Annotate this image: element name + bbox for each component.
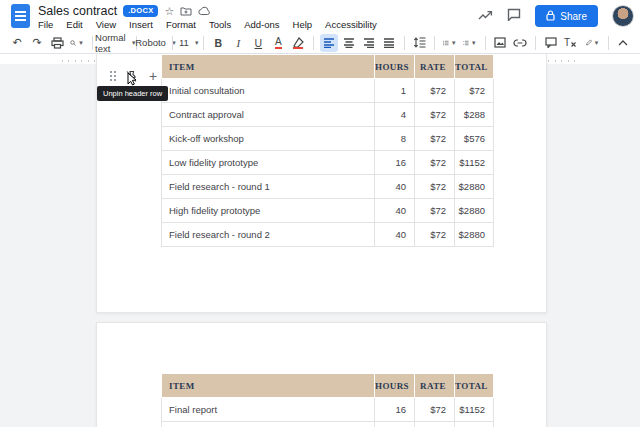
comment-history-icon[interactable]: [507, 7, 521, 25]
insert-link-button[interactable]: [511, 34, 529, 52]
insert-comment-button[interactable]: [542, 34, 560, 52]
align-right-button[interactable]: [360, 34, 378, 52]
google-docs-logo-icon[interactable]: [11, 4, 30, 28]
pricing-table-1: ITEMHOURSRATETOTALInitial consultation1$…: [161, 54, 494, 247]
svg-text:T: T: [564, 37, 570, 48]
document-page-1[interactable]: + Unpin header row ITEMHOURSRATETOTALIni…: [96, 54, 547, 313]
rate-cell[interactable]: $72: [415, 398, 455, 422]
menu-insert[interactable]: Insert: [129, 19, 153, 30]
item-cell[interactable]: Final report: [162, 398, 375, 422]
justify-button[interactable]: [380, 34, 398, 52]
total-cell[interactable]: $576: [455, 127, 494, 151]
column-header[interactable]: ITEM: [162, 55, 375, 79]
add-row-button[interactable]: +: [145, 68, 161, 84]
doc-table: ITEMHOURSRATETOTALInitial consultation1$…: [161, 54, 494, 247]
move-folder-icon[interactable]: [180, 6, 192, 16]
total-cell[interactable]: $1152: [455, 151, 494, 175]
menu-accessibility[interactable]: Accessibility: [325, 19, 377, 30]
column-header[interactable]: RATE: [415, 374, 455, 398]
column-header[interactable]: ITEM: [162, 374, 375, 398]
format-toolbar: ↶ ↷ ▼ Normal text▼ Roboto▼ 11▼ B I U A: [0, 32, 640, 54]
svg-text:2: 2: [463, 43, 465, 45]
item-cell[interactable]: Field research - round 2: [162, 223, 375, 247]
column-header[interactable]: HOURS: [375, 55, 415, 79]
hours-cell[interactable]: 40: [375, 223, 415, 247]
total-cell[interactable]: $288: [455, 103, 494, 127]
line-spacing-button[interactable]: [410, 34, 428, 52]
item-cell[interactable]: Initial consultation: [162, 79, 375, 103]
star-icon[interactable]: ☆: [164, 6, 174, 17]
underline-button[interactable]: U: [249, 34, 267, 52]
pricing-table-2: ITEMHOURSRATETOTALFinal report16$72$1152: [161, 373, 494, 427]
insert-image-button[interactable]: [491, 34, 509, 52]
hours-cell[interactable]: 40: [375, 199, 415, 223]
bulleted-list-button[interactable]: ▼: [441, 34, 459, 52]
lock-icon: [546, 10, 555, 23]
total-cell[interactable]: $1152: [455, 398, 494, 422]
document-stats-icon[interactable]: [478, 7, 493, 25]
menu-bar: File Edit View Insert Format Tools Add-o…: [38, 19, 377, 30]
align-left-button[interactable]: [320, 34, 338, 52]
column-header[interactable]: RATE: [415, 55, 455, 79]
item-cell[interactable]: Kick-off workshop: [162, 127, 375, 151]
menu-tools[interactable]: Tools: [209, 19, 231, 30]
editing-mode-selector[interactable]: ▼: [584, 34, 602, 52]
collapse-menus-button[interactable]: [614, 34, 632, 52]
item-cell[interactable]: High fidelity prototype: [162, 199, 375, 223]
menu-format[interactable]: Format: [166, 19, 196, 30]
rate-cell[interactable]: $72: [415, 79, 455, 103]
drag-handle-icon[interactable]: [109, 70, 117, 82]
text-color-button[interactable]: A: [269, 34, 287, 52]
print-button[interactable]: [48, 34, 66, 52]
account-avatar[interactable]: [612, 5, 634, 27]
menu-help[interactable]: Help: [293, 19, 313, 30]
rate-cell[interactable]: $72: [415, 127, 455, 151]
font-family-selector[interactable]: Roboto▼: [143, 34, 167, 52]
zoom-control[interactable]: ▼: [68, 34, 86, 52]
menu-addons[interactable]: Add-ons: [244, 19, 279, 30]
total-cell[interactable]: $2880: [455, 199, 494, 223]
column-header[interactable]: TOTAL: [455, 55, 494, 79]
paragraph-style-selector[interactable]: Normal text▼: [98, 34, 130, 52]
bold-button[interactable]: B: [209, 34, 227, 52]
total-cell[interactable]: $72: [455, 79, 494, 103]
document-page-2[interactable]: ITEMHOURSRATETOTALFinal report16$72$1152: [96, 322, 547, 427]
total-cell[interactable]: $2880: [455, 223, 494, 247]
hours-cell[interactable]: 8: [375, 127, 415, 151]
table-row: Field research - round 240$72$2880: [162, 223, 494, 247]
svg-text:1: 1: [463, 40, 465, 42]
menu-file[interactable]: File: [38, 19, 53, 30]
font-size-selector[interactable]: 11▼: [179, 34, 197, 52]
total-cell[interactable]: $2880: [455, 175, 494, 199]
hours-cell[interactable]: 16: [375, 398, 415, 422]
doc-table: ITEMHOURSRATETOTALFinal report16$72$1152: [161, 373, 494, 427]
item-cell[interactable]: Contract approval: [162, 103, 375, 127]
item-cell[interactable]: Low fidelity prototype: [162, 151, 375, 175]
undo-button[interactable]: ↶: [8, 34, 26, 52]
rate-cell[interactable]: $72: [415, 103, 455, 127]
hours-cell[interactable]: 16: [375, 151, 415, 175]
align-center-button[interactable]: [340, 34, 358, 52]
column-header[interactable]: HOURS: [375, 374, 415, 398]
menu-view[interactable]: View: [96, 19, 116, 30]
hours-cell[interactable]: 4: [375, 103, 415, 127]
table-row: Kick-off workshop8$72$576: [162, 127, 494, 151]
numbered-list-button[interactable]: 12 ▼: [461, 34, 479, 52]
column-header[interactable]: TOTAL: [455, 374, 494, 398]
italic-button[interactable]: I: [229, 34, 247, 52]
highlight-color-button[interactable]: [289, 34, 307, 52]
hours-cell[interactable]: 40: [375, 175, 415, 199]
item-cell[interactable]: Field research - round 1: [162, 175, 375, 199]
cloud-status-icon[interactable]: [198, 6, 211, 16]
redo-button[interactable]: ↷: [28, 34, 46, 52]
rate-cell[interactable]: $72: [415, 199, 455, 223]
rate-cell[interactable]: $72: [415, 151, 455, 175]
menu-edit[interactable]: Edit: [66, 19, 82, 30]
share-button[interactable]: Share: [535, 5, 598, 27]
clear-formatting-button[interactable]: T: [562, 34, 580, 52]
rate-cell[interactable]: $72: [415, 175, 455, 199]
document-title[interactable]: Sales contract: [38, 4, 117, 18]
mouse-cursor: [127, 72, 138, 90]
hours-cell[interactable]: 1: [375, 79, 415, 103]
rate-cell[interactable]: $72: [415, 223, 455, 247]
